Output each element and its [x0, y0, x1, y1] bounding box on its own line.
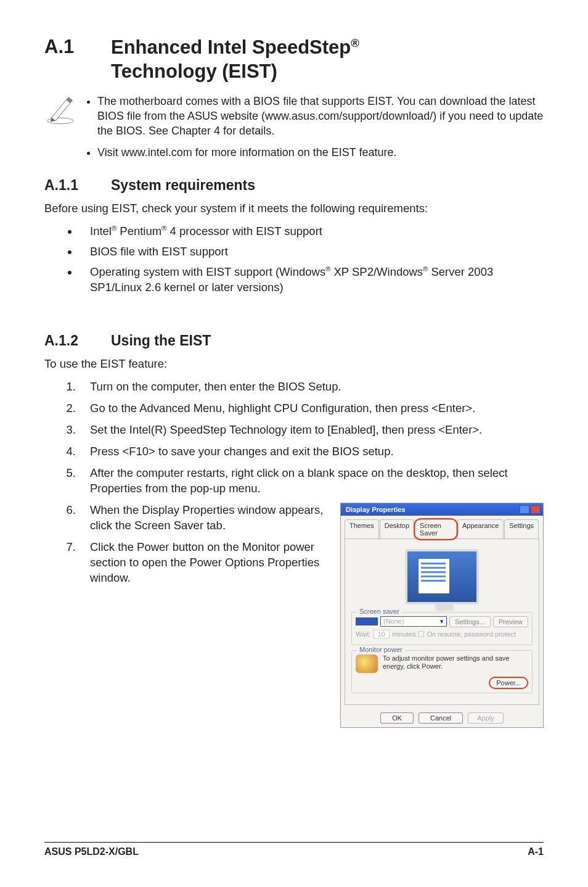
- list-item: After the computer restarts, right click…: [79, 466, 544, 497]
- chevron-down-icon: ▾: [440, 617, 444, 625]
- list-item: Operating system with EIST support (Wind…: [79, 265, 544, 295]
- list-item: Intel® Pentium® 4 processor with EIST su…: [79, 224, 544, 239]
- resume-checkbox[interactable]: [418, 631, 424, 637]
- monitor-power-fieldset: Monitor power To adjust monitor power se…: [351, 650, 533, 693]
- window-title: Display Properties: [346, 506, 406, 513]
- resume-label: On resume, password protect: [427, 630, 515, 638]
- tab-appearance[interactable]: Appearance: [457, 519, 504, 538]
- power-button[interactable]: Power...: [489, 677, 528, 689]
- monitor-preview: [351, 545, 533, 612]
- power-text: To adjust monitor power settings and sav…: [383, 654, 528, 670]
- list-item: Set the Intel(R) SpeedStep Technology it…: [79, 423, 544, 438]
- screensaver-fieldset: Screen saver (None)▾ Settings... Preview…: [351, 612, 533, 645]
- settings-button[interactable]: Settings...: [449, 616, 491, 627]
- list-item: When the Display Properties window appea…: [79, 503, 328, 534]
- tabs-row: Themes Desktop Screen Saver Appearance S…: [341, 516, 543, 538]
- cancel-button[interactable]: Cancel: [419, 712, 463, 724]
- apply-button[interactable]: Apply: [468, 712, 504, 724]
- tab-panel: Screen saver (None)▾ Settings... Preview…: [345, 538, 539, 705]
- fieldset-legend: Monitor power: [357, 646, 405, 653]
- note-block: The motherboard comes with a BIOS file t…: [44, 94, 544, 166]
- section-heading-a1: A.1 Enhanced Intel SpeedStep® Technology…: [44, 36, 544, 84]
- tab-screen-saver[interactable]: Screen Saver: [415, 519, 457, 538]
- wait-unit: minutes: [392, 630, 416, 638]
- list-item: Go to the Advanced Menu, highlight CPU C…: [79, 401, 544, 416]
- screensaver-select[interactable]: (None)▾: [380, 616, 447, 627]
- note-list: The motherboard comes with a BIOS file t…: [86, 94, 544, 166]
- select-highlight: [356, 617, 378, 625]
- tab-desktop[interactable]: Desktop: [380, 519, 414, 538]
- wait-label: Wait:: [356, 630, 371, 638]
- subheading-text: Using the EIST: [111, 332, 211, 349]
- subheading-number: A.1.2: [44, 332, 111, 349]
- tab-themes[interactable]: Themes: [345, 519, 379, 538]
- display-properties-window: Display Properties Themes Desktop Screen…: [340, 503, 544, 728]
- pencil-note-icon: [44, 94, 86, 166]
- list-item: Press <F10> to save your changes and exi…: [79, 444, 544, 460]
- list-item: BIOS file with EIST support: [79, 244, 544, 260]
- wait-stepper[interactable]: 10: [374, 630, 390, 638]
- subheading-number: A.1.1: [44, 177, 111, 194]
- list-item: Turn on the computer, then enter the BIO…: [79, 379, 544, 395]
- tab-settings[interactable]: Settings: [504, 519, 539, 538]
- preview-button[interactable]: Preview: [493, 616, 528, 627]
- fieldset-legend: Screen saver: [357, 608, 402, 615]
- intro-paragraph: To use the EIST feature:: [44, 357, 544, 372]
- energy-star-icon: [356, 654, 378, 673]
- footer-product: ASUS P5LD2-X/GBL: [44, 846, 139, 857]
- note-item: Visit www.intel.com for more information…: [97, 145, 544, 160]
- intro-paragraph: Before using EIST, check your system if …: [44, 201, 544, 217]
- dialog-buttons: OK Cancel Apply: [341, 709, 543, 727]
- heading-text: Enhanced Intel SpeedStep® Technology (EI…: [111, 36, 359, 84]
- ok-button[interactable]: OK: [380, 712, 414, 724]
- steps-list: Turn on the computer, then enter the BIO…: [44, 379, 544, 497]
- close-icon[interactable]: [531, 505, 541, 514]
- section-heading-a11: A.1.1 System requirements: [44, 177, 544, 194]
- help-icon[interactable]: [520, 505, 529, 514]
- footer-page-number: A-1: [528, 846, 544, 857]
- page-footer: ASUS P5LD2-X/GBL A-1: [44, 842, 544, 857]
- heading-number: A.1: [44, 36, 111, 58]
- section-heading-a12: A.1.2 Using the EIST: [44, 332, 544, 349]
- steps-list-continued: When the Display Properties window appea…: [44, 503, 328, 586]
- subheading-text: System requirements: [111, 177, 255, 194]
- requirements-list: Intel® Pentium® 4 processor with EIST su…: [44, 224, 544, 295]
- note-item: The motherboard comes with a BIOS file t…: [97, 94, 544, 139]
- window-titlebar: Display Properties: [341, 503, 543, 516]
- list-item: Click the Power button on the Monitor po…: [79, 540, 328, 586]
